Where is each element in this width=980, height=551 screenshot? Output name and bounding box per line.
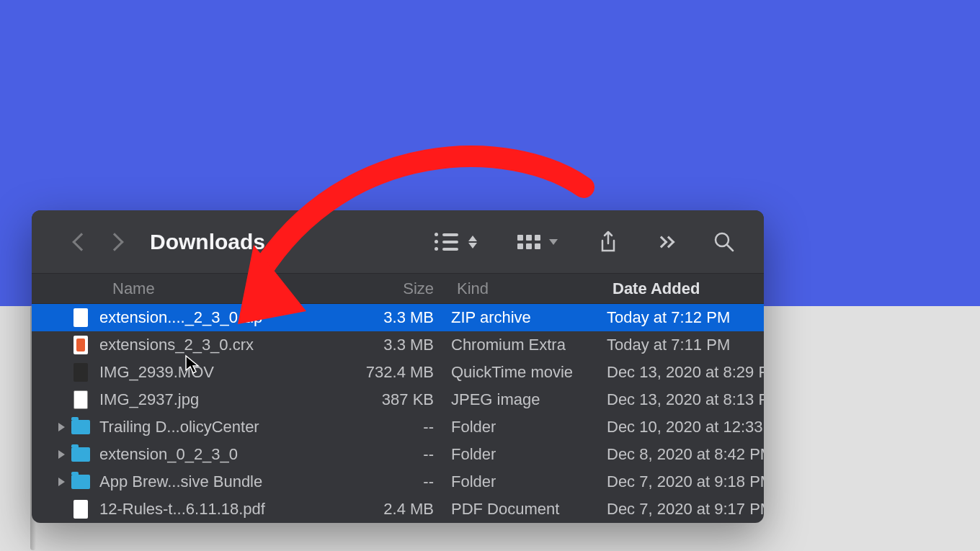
file-kind: ZIP archive xyxy=(451,308,607,327)
crx-file-icon xyxy=(74,336,88,354)
column-header-date[interactable]: Date Added xyxy=(607,279,764,298)
finder-window: Downloads xyxy=(32,210,764,523)
file-kind: Folder xyxy=(451,472,607,491)
file-name: extension_0_2_3_0 xyxy=(92,445,324,464)
file-row[interactable]: 12-Rules-t...6.11.18.pdf2.4 MBPDF Docume… xyxy=(32,496,764,523)
file-kind: Folder xyxy=(451,445,607,464)
file-date: Dec 7, 2020 at 9:18 PM xyxy=(607,472,764,491)
file-icon-cell xyxy=(69,500,92,519)
search-icon xyxy=(713,231,735,253)
forward-button[interactable] xyxy=(105,233,123,251)
disclosure-triangle-icon[interactable] xyxy=(58,450,65,459)
file-size: 3.3 MB xyxy=(324,308,451,327)
file-date: Dec 10, 2020 at 12:33 xyxy=(607,418,764,436)
file-size: 3.3 MB xyxy=(324,336,451,354)
file-kind: QuickTime movie xyxy=(451,363,607,382)
back-button[interactable] xyxy=(72,233,90,251)
file-icon-cell xyxy=(69,363,92,382)
file-kind: Chromium Extra xyxy=(451,336,607,354)
file-name: extensions_2_3_0.crx xyxy=(92,336,324,354)
columns-header: Name Size Kind Date Added xyxy=(32,274,764,304)
file-icon-cell xyxy=(69,390,92,409)
disclosure-triangle-icon[interactable] xyxy=(58,423,65,431)
file-name: IMG_2939.MOV xyxy=(92,363,324,382)
file-date: Dec 8, 2020 at 8:42 PM xyxy=(607,445,764,464)
file-name: Trailing D...olicyCenter xyxy=(92,418,324,436)
file-date: Today at 7:11 PM xyxy=(607,336,764,354)
zip-file-icon xyxy=(74,308,88,327)
group-by-button[interactable] xyxy=(517,235,558,249)
file-kind: PDF Document xyxy=(451,500,607,519)
mov-file-icon xyxy=(74,363,88,382)
chevron-down-icon xyxy=(549,239,558,245)
pdf-file-icon xyxy=(74,500,88,519)
file-row[interactable]: App Brew...sive Bundle--FolderDec 7, 202… xyxy=(32,468,764,496)
file-icon-cell xyxy=(69,336,92,354)
disclosure-cell xyxy=(32,450,69,459)
window-title: Downloads xyxy=(150,230,265,254)
file-date: Dec 13, 2020 at 8:13 P xyxy=(607,390,764,409)
share-icon xyxy=(598,230,618,254)
search-button[interactable] xyxy=(713,231,735,253)
file-row[interactable]: extension...._2_3_0.zip3.3 MBZIP archive… xyxy=(32,304,764,331)
disclosure-cell xyxy=(32,478,69,486)
file-size: -- xyxy=(324,445,451,464)
file-date: Dec 13, 2020 at 8:29 P xyxy=(607,363,764,382)
file-row[interactable]: IMG_2939.MOV732.4 MBQuickTime movieDec 1… xyxy=(32,359,764,386)
file-row[interactable]: Trailing D...olicyCenter--FolderDec 10, … xyxy=(32,413,764,441)
file-row[interactable]: extension_0_2_3_0--FolderDec 8, 2020 at … xyxy=(32,441,764,468)
column-header-kind[interactable]: Kind xyxy=(451,279,607,298)
file-date: Today at 7:12 PM xyxy=(607,308,764,327)
column-header-name[interactable]: Name xyxy=(32,279,324,298)
disclosure-triangle-icon[interactable] xyxy=(58,478,65,486)
toolbar-actions xyxy=(435,230,735,254)
file-name: IMG_2937.jpg xyxy=(92,390,324,409)
column-header-size[interactable]: Size xyxy=(324,279,451,298)
nav-buttons xyxy=(75,236,121,248)
file-icon-cell xyxy=(69,447,92,462)
file-date: Dec 7, 2020 at 9:17 PM xyxy=(607,500,764,519)
file-name: App Brew...sive Bundle xyxy=(92,472,324,491)
disclosure-cell xyxy=(32,423,69,431)
file-icon-cell xyxy=(69,420,92,434)
file-size: -- xyxy=(324,472,451,491)
file-name: 12-Rules-t...6.11.18.pdf xyxy=(92,500,324,519)
file-kind: JPEG image xyxy=(451,390,607,409)
folder-icon xyxy=(71,475,90,489)
file-size: -- xyxy=(324,418,451,436)
view-switcher-icon xyxy=(468,236,477,248)
file-row[interactable]: extensions_2_3_0.crx3.3 MBChromium Extra… xyxy=(32,331,764,359)
file-name: extension...._2_3_0.zip xyxy=(92,308,324,327)
more-icon xyxy=(659,238,673,246)
file-list: extension...._2_3_0.zip3.3 MBZIP archive… xyxy=(32,304,764,523)
file-size: 732.4 MB xyxy=(324,363,451,382)
file-kind: Folder xyxy=(451,418,607,436)
file-size: 2.4 MB xyxy=(324,500,451,519)
file-row[interactable]: IMG_2937.jpg387 KBJPEG imageDec 13, 2020… xyxy=(32,386,764,413)
list-view-icon xyxy=(435,233,458,251)
file-icon-cell xyxy=(69,308,92,327)
toolbar: Downloads xyxy=(32,210,764,274)
svg-line-1 xyxy=(727,245,733,251)
file-icon-cell xyxy=(69,475,92,489)
folder-icon xyxy=(71,447,90,462)
file-size: 387 KB xyxy=(324,390,451,409)
jpg-file-icon xyxy=(74,390,88,409)
view-list-button[interactable] xyxy=(435,233,477,251)
folder-icon xyxy=(71,420,90,434)
more-button[interactable] xyxy=(659,238,673,246)
share-button[interactable] xyxy=(598,230,618,254)
group-icon xyxy=(517,235,540,249)
